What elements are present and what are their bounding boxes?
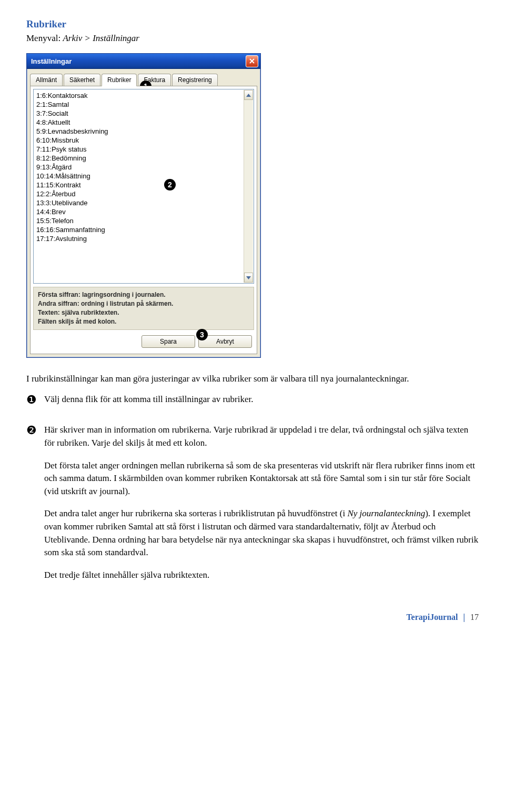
item-2-badge: ❷: [26, 425, 37, 591]
tabbar: Allmänt Säkerhet Rubriker Faktura Regist…: [27, 69, 260, 86]
scroll-track[interactable]: [244, 100, 253, 273]
chevron-down-icon: [246, 276, 251, 279]
scrollbar[interactable]: [244, 90, 253, 283]
item-1-text: Välj denna flik för att komma till instä…: [44, 393, 479, 406]
close-button[interactable]: [246, 55, 258, 67]
info-line: Texten: själva rubriktexten.: [38, 308, 249, 317]
footer-brand: TerapiJournal: [406, 613, 458, 621]
info-line: Andra siffran: ordning i listrutan på sk…: [38, 299, 249, 308]
button-row: 3 Spara Avbryt: [33, 330, 254, 351]
item-2-p2: Det första talet anger ordningen mellan …: [44, 459, 479, 498]
tab-rubriker[interactable]: Rubriker: [102, 74, 137, 86]
window-title: Inställningar: [31, 57, 246, 65]
callout-2: 2: [164, 179, 176, 191]
intro-paragraph: I rubrikinställningar kan man göra juste…: [26, 373, 479, 386]
tab-registrering[interactable]: Registrering: [172, 74, 218, 86]
footer: TerapiJournal | 17: [26, 613, 479, 622]
info-line: Första siffran: lagringsordning i journa…: [38, 290, 249, 299]
settings-window: Inställningar Allmänt Säkerhet Rubriker …: [26, 53, 261, 358]
tab-allmant[interactable]: Allmänt: [30, 74, 63, 86]
footer-page: 17: [470, 613, 479, 621]
item-2-p4: Det tredje fältet innehåller själva rubr…: [44, 569, 479, 582]
chevron-up-icon: [246, 94, 251, 97]
scroll-down-button[interactable]: [244, 273, 253, 283]
close-icon: [249, 58, 255, 64]
save-button[interactable]: Spara: [142, 335, 195, 348]
footer-separator: |: [463, 613, 465, 621]
scroll-up-button[interactable]: [244, 90, 253, 100]
info-line: Fälten skiljs åt med kolon.: [38, 317, 249, 326]
breadcrumb-path: Arkiv > Inställningar: [63, 33, 139, 43]
tab-panel: 1:6:Kontaktorsak 2:1:Samtal 3:7:Socialt …: [30, 86, 257, 354]
breadcrumb: Menyval: Arkiv > Inställningar: [26, 33, 479, 44]
item-1-badge: ❶: [26, 394, 37, 416]
breadcrumb-prefix: Menyval:: [26, 33, 63, 43]
item-2-p3-a: Det andra talet anger hur rubrikerna ska…: [44, 508, 347, 518]
item-2-p3: Det andra talet anger hur rubrikerna ska…: [44, 507, 479, 559]
item-2-p3-em: Ny journalanteckning: [347, 508, 425, 518]
titlebar[interactable]: Inställningar: [27, 54, 260, 69]
info-block: Första siffran: lagringsordning i journa…: [33, 287, 254, 330]
item-2-p1: Här skriver man in information om rubrik…: [44, 424, 479, 449]
callout-3: 3: [196, 329, 208, 340]
section-title: Rubriker: [26, 18, 479, 30]
rubriker-textarea[interactable]: 1:6:Kontaktorsak 2:1:Samtal 3:7:Socialt …: [33, 89, 254, 284]
tab-sakerhet[interactable]: Säkerhet: [64, 74, 100, 86]
